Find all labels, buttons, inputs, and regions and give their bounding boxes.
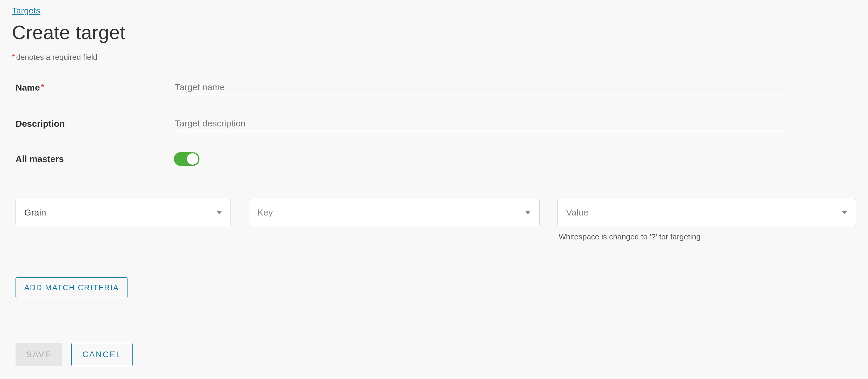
grain-select[interactable]: Grain bbox=[16, 199, 231, 226]
description-label: Description bbox=[16, 119, 174, 129]
value-select[interactable]: Value bbox=[557, 199, 856, 226]
toggle-knob-icon bbox=[187, 153, 198, 165]
description-label-text: Description bbox=[16, 119, 65, 128]
required-note-text: denotes a required field bbox=[16, 53, 97, 62]
add-match-criteria-button[interactable]: ADD MATCH CRITERIA bbox=[16, 278, 127, 298]
value-helper-text: Whitespace is changed to '?' for targeti… bbox=[557, 232, 856, 241]
name-input[interactable] bbox=[174, 80, 789, 95]
chevron-down-icon bbox=[216, 211, 222, 214]
name-label: Name* bbox=[16, 83, 174, 93]
all-masters-toggle[interactable] bbox=[174, 152, 199, 166]
required-asterisk-icon: * bbox=[41, 83, 44, 91]
chevron-down-icon bbox=[525, 211, 531, 214]
value-select-placeholder: Value bbox=[566, 207, 589, 217]
required-note: *denotes a required field bbox=[12, 53, 856, 62]
key-select[interactable]: Key bbox=[249, 199, 539, 226]
all-masters-label-text: All masters bbox=[16, 154, 64, 164]
save-button[interactable]: SAVE bbox=[16, 343, 62, 366]
breadcrumb-targets[interactable]: Targets bbox=[12, 6, 40, 16]
description-input[interactable] bbox=[174, 116, 789, 131]
required-asterisk-icon: * bbox=[12, 53, 15, 62]
name-label-text: Name bbox=[16, 83, 40, 92]
key-select-placeholder: Key bbox=[257, 207, 273, 217]
page-title: Create target bbox=[12, 22, 856, 43]
cancel-button[interactable]: CANCEL bbox=[71, 343, 133, 366]
grain-select-value: Grain bbox=[24, 207, 46, 217]
chevron-down-icon bbox=[841, 211, 847, 214]
all-masters-label: All masters bbox=[16, 154, 174, 164]
